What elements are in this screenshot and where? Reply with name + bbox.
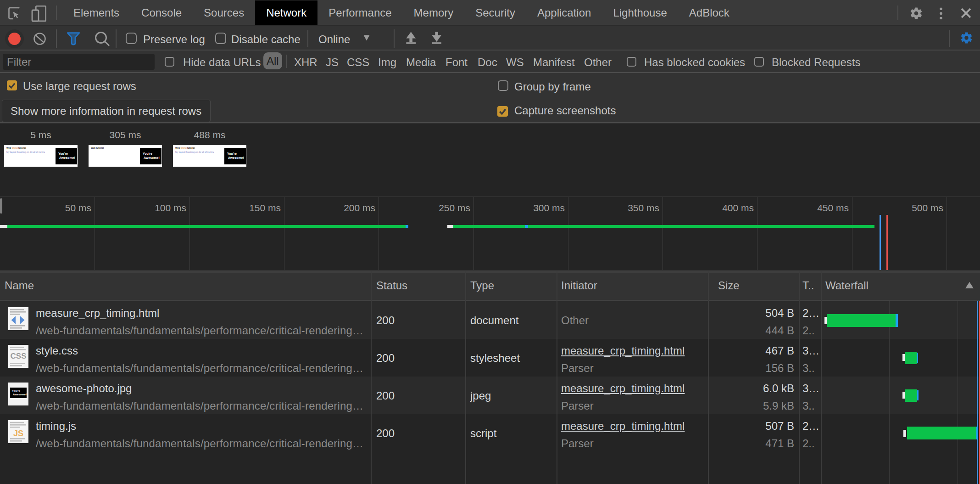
svg-text:You're: You're: [12, 389, 21, 392]
svg-text:Awesome!: Awesome!: [13, 393, 27, 396]
svg-text:JS: JS: [13, 429, 23, 438]
svg-text:CSS: CSS: [11, 352, 27, 360]
